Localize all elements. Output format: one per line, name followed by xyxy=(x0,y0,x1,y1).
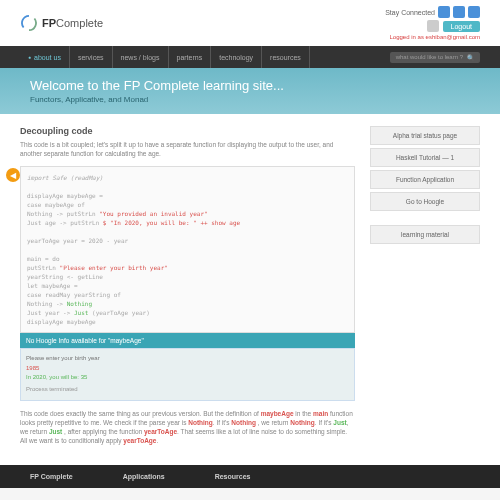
footer-resources[interactable]: Resources xyxy=(215,473,251,480)
page-title: Welcome to the FP Complete learning site… xyxy=(30,78,470,93)
stay-connected-label: Stay Connected xyxy=(385,9,435,16)
hero: Welcome to the FP Complete learning site… xyxy=(0,68,500,114)
logout-button[interactable]: Logout xyxy=(443,21,480,32)
sidebar-learning-material[interactable]: learning material xyxy=(370,225,480,244)
sidebar-function-application[interactable]: Function Application xyxy=(370,170,480,189)
search-icon: 🔍 xyxy=(467,54,474,61)
nav-resources[interactable]: resources xyxy=(262,46,310,68)
footer: FP Complete Applications Resources xyxy=(0,465,500,488)
logo[interactable]: FPFPCompleteComplete xyxy=(20,14,103,32)
nav-news[interactable]: news / blogs xyxy=(113,46,169,68)
sidebar-haskell-tutorial[interactable]: Haskell Tutorial — 1 xyxy=(370,148,480,167)
back-arrow-icon[interactable]: ◀ xyxy=(6,168,20,182)
footer-fp-complete[interactable]: FP Complete xyxy=(30,473,73,480)
output-panel: Please enter your birth year 1985 In 202… xyxy=(20,348,355,400)
logo-icon xyxy=(20,14,38,32)
facebook-icon[interactable] xyxy=(453,6,465,18)
search-input[interactable]: what would like to learn ? 🔍 xyxy=(390,52,480,63)
section-intro: This code is a bit coupled; let's split … xyxy=(20,140,355,158)
sidebar-go-to-hoogle[interactable]: Go to Hoogle xyxy=(370,192,480,211)
search-placeholder: what would like to learn ? xyxy=(396,54,463,60)
logo-text: FPFPCompleteComplete xyxy=(42,17,103,29)
sidebar: Alpha trial status page Haskell Tutorial… xyxy=(370,126,480,453)
main-nav: about us services news / blogs parterns … xyxy=(0,46,500,68)
linkedin-icon[interactable] xyxy=(438,6,450,18)
hoogle-info-bar: No Hoogle Info available for "maybeAge" xyxy=(20,333,355,348)
nav-partners[interactable]: parterns xyxy=(169,46,212,68)
nav-about-us[interactable]: about us xyxy=(20,46,70,68)
twitter-icon[interactable] xyxy=(468,6,480,18)
sidebar-alpha-trial[interactable]: Alpha trial status page xyxy=(370,126,480,145)
footer-applications[interactable]: Applications xyxy=(123,473,165,480)
avatar[interactable] xyxy=(427,20,439,32)
nav-technology[interactable]: technology xyxy=(211,46,262,68)
page-subtitle: Functors, Applicative, and Monad xyxy=(30,95,470,104)
section-heading: Decoupling code xyxy=(20,126,355,136)
section-after: This code does exactly the same thing as… xyxy=(20,409,355,445)
logged-in-as: Logged in as eshiban@gmail.com xyxy=(390,34,480,40)
nav-services[interactable]: services xyxy=(70,46,113,68)
code-block[interactable]: import Safe (readMay) displayAge maybeAg… xyxy=(20,166,355,333)
